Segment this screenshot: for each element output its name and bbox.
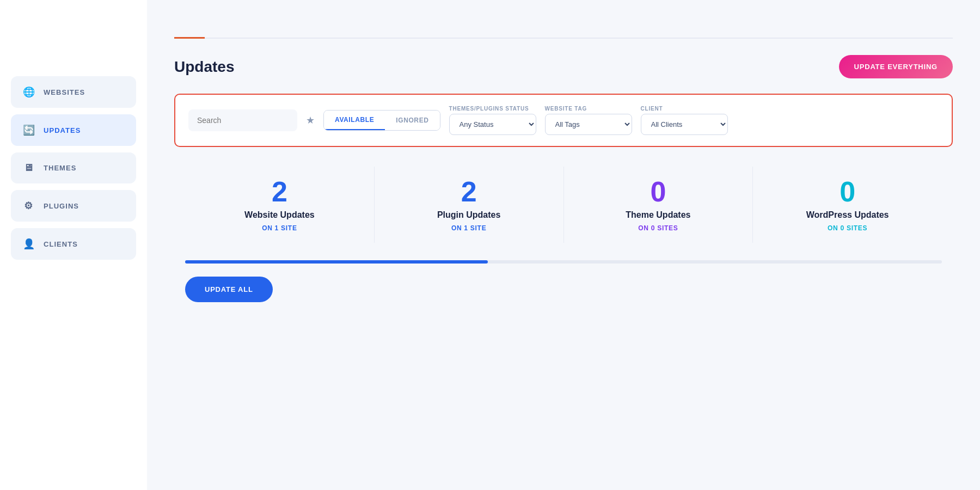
status-select[interactable]: Any Status Active Inactive (449, 114, 536, 135)
page-header: Updates UPDATE EVERYTHING (174, 55, 953, 78)
progress-bar-background (185, 260, 942, 264)
plugin-updates-sub: ON 1 SITE (451, 224, 487, 232)
search-input[interactable] (188, 109, 297, 131)
client-filter-label: CLIENT (641, 106, 728, 112)
sidebar-label-clients: CLIENTS (44, 240, 78, 248)
progress-container (174, 260, 953, 264)
toggle-available-button[interactable]: AVAILABLE (324, 111, 385, 130)
page-title: Updates (174, 58, 234, 76)
sidebar-item-themes[interactable]: 🖥 THEMES (11, 152, 136, 183)
stat-website-updates: 2 Website Updates ON 1 SITE (185, 167, 375, 243)
plugin-updates-number: 2 (461, 177, 477, 206)
tag-filter-label: WEBSITE TAG (545, 106, 632, 112)
sidebar-label-websites: WEBSITES (44, 88, 85, 96)
wordpress-updates-label: WordPress Updates (806, 210, 889, 220)
sidebar-item-plugins[interactable]: ⚙ PLUGINS (11, 190, 136, 222)
website-updates-sub: ON 1 SITE (262, 224, 297, 232)
sidebar-item-updates[interactable]: 🔄 UPDATES (11, 114, 136, 146)
plugin-updates-label: Plugin Updates (437, 210, 500, 220)
theme-updates-number: 0 (650, 177, 666, 206)
tag-select[interactable]: All Tags Tag 1 Tag 2 (545, 114, 632, 135)
refresh-icon: 🔄 (23, 124, 35, 136)
theme-updates-sub: ON 0 SITES (638, 224, 678, 232)
globe-icon: 🌐 (23, 86, 35, 98)
wordpress-updates-number: 0 (840, 177, 855, 206)
available-ignored-toggle: AVAILABLE IGNORED (323, 110, 440, 131)
stat-wordpress-updates: 0 WordPress Updates ON 0 SITES (753, 167, 942, 243)
star-icon[interactable]: ★ (306, 114, 315, 126)
plugins-icon: ⚙ (23, 200, 35, 212)
wordpress-updates-sub: ON 0 SITES (828, 224, 867, 232)
main-content: Updates UPDATE EVERYTHING ★ AVAILABLE IG… (147, 0, 980, 490)
clients-icon: 👤 (23, 238, 35, 250)
tag-filter-group: WEBSITE TAG All Tags Tag 1 Tag 2 (545, 106, 632, 135)
sidebar-label-updates: UPDATES (44, 126, 81, 134)
client-select[interactable]: All Clients Client 1 Client 2 (641, 114, 728, 135)
filter-bar: ★ AVAILABLE IGNORED THEMES/PLUGINS STATU… (174, 94, 953, 147)
website-updates-number: 2 (272, 177, 287, 206)
sidebar-label-plugins: PLUGINS (44, 202, 79, 210)
themes-icon: 🖥 (23, 162, 35, 174)
sidebar: 🌐 WEBSITES 🔄 UPDATES 🖥 THEMES ⚙ PLUGINS … (0, 0, 147, 490)
stats-row: 2 Website Updates ON 1 SITE 2 Plugin Upd… (174, 167, 953, 243)
sidebar-label-themes: THEMES (44, 164, 76, 172)
update-everything-button[interactable]: UPDATE EVERYTHING (839, 55, 953, 78)
sidebar-item-clients[interactable]: 👤 CLIENTS (11, 228, 136, 260)
client-filter-group: CLIENT All Clients Client 1 Client 2 (641, 106, 728, 135)
website-updates-label: Website Updates (244, 210, 315, 220)
progress-bar-fill (185, 260, 488, 264)
toggle-ignored-button[interactable]: IGNORED (385, 111, 439, 130)
sidebar-item-websites[interactable]: 🌐 WEBSITES (11, 76, 136, 108)
status-filter-group: THEMES/PLUGINS STATUS Any Status Active … (449, 106, 536, 135)
tab-active[interactable] (174, 22, 205, 39)
update-all-button[interactable]: UPDATE ALL (185, 277, 273, 302)
stat-plugin-updates: 2 Plugin Updates ON 1 SITE (375, 167, 564, 243)
status-filter-label: THEMES/PLUGINS STATUS (449, 106, 536, 112)
tab-bar (174, 22, 953, 39)
theme-updates-label: Theme Updates (626, 210, 690, 220)
stat-theme-updates: 0 Theme Updates ON 0 SITES (564, 167, 754, 243)
